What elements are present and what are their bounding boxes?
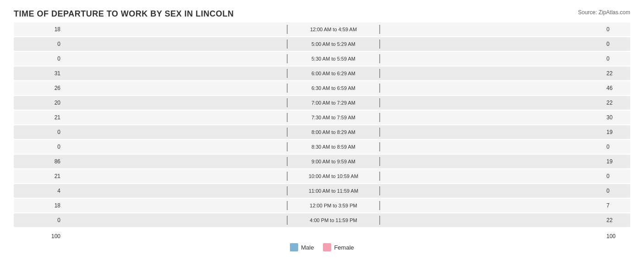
chart-row: 05:30 AM to 5:59 AM0 <box>14 52 630 66</box>
center-divider <box>287 84 288 93</box>
time-label: 7:30 AM to 7:59 AM <box>288 115 379 120</box>
chart-row: 869:00 AM to 9:59 AM19 <box>14 155 630 168</box>
female-value: 22 <box>603 70 630 77</box>
female-value: 22 <box>603 100 630 106</box>
female-value: 0 <box>603 26 630 33</box>
male-value: 0 <box>14 217 64 223</box>
legend: Male Female <box>14 243 630 251</box>
chart-row: 217:30 AM to 7:59 AM30 <box>14 111 630 124</box>
male-value: 0 <box>14 144 64 150</box>
time-label: 6:00 AM to 6:29 AM <box>288 71 379 76</box>
male-value: 20 <box>14 100 64 106</box>
center-divider-right <box>379 142 380 151</box>
male-value: 18 <box>14 26 64 33</box>
center-divider <box>287 54 288 63</box>
center-divider <box>287 25 288 34</box>
female-value: 22 <box>603 217 630 223</box>
time-label: 6:30 AM to 6:59 AM <box>288 85 379 91</box>
male-value: 0 <box>14 129 64 135</box>
female-value: 0 <box>603 41 630 47</box>
center-divider <box>287 157 288 166</box>
center-divider <box>287 69 288 78</box>
time-label: 7:00 AM to 7:29 AM <box>288 100 379 106</box>
center-divider-right <box>379 113 380 122</box>
chart-row: 08:30 AM to 8:59 AM0 <box>14 140 630 154</box>
male-value: 21 <box>14 173 64 179</box>
center-divider <box>287 172 288 181</box>
center-divider-right <box>379 98 380 107</box>
time-label: 10:00 AM to 10:59 AM <box>288 173 379 179</box>
center-divider <box>287 98 288 107</box>
male-value: 0 <box>14 41 64 47</box>
center-divider-right <box>379 54 380 63</box>
chart-row: 2110:00 AM to 10:59 AM0 <box>14 169 630 183</box>
female-value: 0 <box>603 188 630 194</box>
center-divider-right <box>379 216 380 225</box>
time-label: 12:00 PM to 3:59 PM <box>288 203 379 208</box>
chart-row: 266:30 AM to 6:59 AM46 <box>14 81 630 95</box>
center-divider-right <box>379 25 380 34</box>
center-divider-right <box>379 172 380 181</box>
male-value: 18 <box>14 202 64 209</box>
time-label: 8:00 AM to 8:29 AM <box>288 129 379 135</box>
chart-row: 08:00 AM to 8:29 AM19 <box>14 125 630 139</box>
axis-right-label: 100 <box>603 233 630 240</box>
axis-left-label: 100 <box>14 233 64 240</box>
center-divider-right <box>379 128 380 137</box>
center-divider-right <box>379 69 380 78</box>
female-value: 0 <box>603 144 630 150</box>
center-divider-right <box>379 39 380 49</box>
legend-blue-box <box>290 243 298 251</box>
male-value: 26 <box>14 85 64 91</box>
legend-male-label: Male <box>301 244 314 251</box>
female-value: 0 <box>603 173 630 179</box>
legend-male: Male <box>290 243 314 251</box>
female-value: 46 <box>603 85 630 91</box>
center-divider-right <box>379 84 380 93</box>
chart-container: TIME OF DEPARTURE TO WORK BY SEX IN LINC… <box>0 0 644 273</box>
center-divider <box>287 39 288 49</box>
axis-row: 100 100 <box>14 233 630 240</box>
center-divider <box>287 142 288 151</box>
chart-row: 411:00 AM to 11:59 AM0 <box>14 184 630 198</box>
female-value: 0 <box>603 56 630 62</box>
time-label: 12:00 AM to 4:59 AM <box>288 27 379 32</box>
female-value: 7 <box>603 202 630 209</box>
center-divider <box>287 186 288 195</box>
center-divider <box>287 201 288 210</box>
male-value: 86 <box>14 158 64 165</box>
chart-area: 1812:00 AM to 4:59 AM005:00 AM to 5:29 A… <box>14 22 630 231</box>
male-value: 21 <box>14 114 64 121</box>
female-value: 19 <box>603 129 630 135</box>
female-value: 30 <box>603 114 630 121</box>
time-label: 8:30 AM to 8:59 AM <box>288 144 379 150</box>
chart-row: 1812:00 PM to 3:59 PM7 <box>14 199 630 212</box>
male-value: 31 <box>14 70 64 77</box>
center-divider-right <box>379 201 380 210</box>
center-divider <box>287 128 288 137</box>
legend-pink-box <box>323 243 331 251</box>
center-divider-right <box>379 157 380 166</box>
source-text: Source: ZipAtlas.com <box>578 9 630 16</box>
time-label: 5:30 AM to 5:59 AM <box>288 56 379 61</box>
female-value: 19 <box>603 158 630 165</box>
time-label: 11:00 AM to 11:59 AM <box>288 188 379 194</box>
chart-title: TIME OF DEPARTURE TO WORK BY SEX IN LINC… <box>14 9 630 19</box>
center-divider-right <box>379 186 380 195</box>
chart-row: 207:00 AM to 7:29 AM22 <box>14 96 630 110</box>
chart-row: 1812:00 AM to 4:59 AM0 <box>14 22 630 36</box>
time-label: 5:00 AM to 5:29 AM <box>288 41 379 47</box>
chart-row: 05:00 AM to 5:29 AM0 <box>14 37 630 51</box>
chart-row: 04:00 PM to 11:59 PM22 <box>14 213 630 227</box>
male-value: 4 <box>14 188 64 194</box>
center-divider <box>287 216 288 225</box>
male-value: 0 <box>14 56 64 62</box>
legend-female: Female <box>323 243 354 251</box>
time-label: 4:00 PM to 11:59 PM <box>288 217 379 223</box>
chart-row: 316:00 AM to 6:29 AM22 <box>14 67 630 80</box>
time-label: 9:00 AM to 9:59 AM <box>288 159 379 164</box>
center-divider <box>287 113 288 122</box>
legend-female-label: Female <box>334 244 354 251</box>
